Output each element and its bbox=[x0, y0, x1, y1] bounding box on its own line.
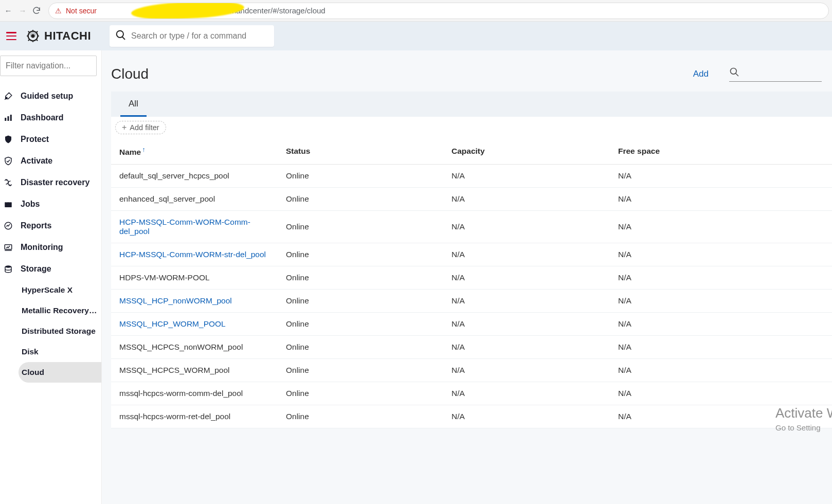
cell-status: Online bbox=[278, 382, 443, 405]
cell-capacity: N/A bbox=[443, 165, 610, 188]
sidebar-subitem-cloud[interactable]: Cloud bbox=[19, 362, 101, 383]
gear-logo-icon bbox=[26, 29, 40, 43]
filter-navigation-input[interactable] bbox=[0, 56, 97, 76]
table-row[interactable]: mssql-hcpcs-worm-comm-del_poolOnlineN/AN… bbox=[111, 382, 832, 405]
table-row[interactable]: HDPS-VM-WORM-POOLOnlineN/AN/A bbox=[111, 266, 832, 290]
sidebar-item-activate[interactable]: Activate bbox=[0, 150, 101, 172]
add-button[interactable]: Add bbox=[693, 69, 709, 79]
sidebar-item-disaster-recovery[interactable]: Disaster recovery bbox=[0, 172, 101, 193]
cell-free: N/A bbox=[610, 336, 832, 359]
reload-button[interactable] bbox=[32, 6, 41, 15]
cell-name: MSSQL_HCPCS_nonWORM_pool bbox=[111, 336, 278, 359]
sidebar-item-label: Reports bbox=[21, 221, 51, 230]
sidebar-subitem-disk[interactable]: Disk bbox=[19, 341, 101, 362]
cell-status: Online bbox=[278, 188, 443, 211]
pool-link[interactable]: HCP-MSSQL-Comm-WORM-Comm-del_pool bbox=[119, 218, 250, 236]
svg-rect-6 bbox=[5, 245, 12, 249]
menu-toggle-icon[interactable] bbox=[6, 32, 16, 40]
add-filter-label: Add filter bbox=[130, 123, 159, 132]
table-search[interactable] bbox=[729, 67, 822, 82]
global-search-input[interactable] bbox=[131, 31, 268, 41]
cell-status: Online bbox=[278, 266, 443, 290]
sidebar-subitem-distributed-storage[interactable]: Distributed Storage bbox=[19, 321, 101, 341]
svg-rect-4 bbox=[5, 202, 12, 207]
svg-rect-1 bbox=[5, 118, 6, 121]
col-status[interactable]: Status bbox=[278, 138, 443, 165]
cell-name: enhanced_sql_server_pool bbox=[111, 188, 278, 211]
tab-all[interactable]: All bbox=[120, 92, 147, 117]
disaster-recovery-icon bbox=[3, 178, 13, 187]
forward-button[interactable]: → bbox=[17, 6, 28, 15]
sidebar-subitem-hyperscale-x[interactable]: HyperScale X bbox=[19, 280, 101, 300]
tab-strip: All bbox=[111, 92, 832, 117]
svg-line-10 bbox=[736, 73, 738, 76]
redaction-highlight bbox=[131, 3, 244, 19]
cell-capacity: N/A bbox=[443, 266, 610, 290]
sidebar-item-label: Jobs bbox=[21, 200, 40, 209]
cell-name: MSSQL_HCP_WORM_POOL bbox=[111, 313, 278, 336]
sidebar-item-label: Dashboard bbox=[21, 113, 64, 122]
sidebar-item-monitoring[interactable]: Monitoring bbox=[0, 237, 101, 258]
sidebar-item-storage[interactable]: Storage bbox=[0, 258, 101, 280]
pool-link[interactable]: MSSQL_HCP_WORM_POOL bbox=[119, 319, 226, 328]
sidebar-item-reports[interactable]: Reports bbox=[0, 215, 101, 237]
cell-free: N/A bbox=[610, 405, 832, 428]
cell-capacity: N/A bbox=[443, 290, 610, 313]
search-icon bbox=[729, 67, 739, 79]
cell-name: mssql-hcpcs-worm-ret-del_pool bbox=[111, 405, 278, 428]
back-button[interactable]: ← bbox=[3, 6, 13, 15]
cell-status: Online bbox=[278, 405, 443, 428]
cell-capacity: N/A bbox=[443, 211, 610, 243]
global-search[interactable] bbox=[110, 25, 274, 47]
sidebar-item-jobs[interactable]: Jobs bbox=[0, 193, 101, 215]
table-row[interactable]: HCP-MSSQL-Comm-WORM-Comm-del_poolOnlineN… bbox=[111, 211, 832, 243]
sidebar-item-guided-setup[interactable]: Guided setup bbox=[0, 85, 101, 107]
cell-capacity: N/A bbox=[443, 243, 610, 266]
sidebar-item-label: Guided setup bbox=[21, 92, 73, 101]
table-row[interactable]: MSSQL_HCPCS_WORM_poolOnlineN/AN/A bbox=[111, 359, 832, 382]
cell-name: HCP-MSSQL-Comm-WORM-Comm-del_pool bbox=[111, 211, 278, 243]
reports-icon bbox=[3, 221, 13, 230]
cell-free: N/A bbox=[610, 382, 832, 405]
sidebar-item-label: Disaster recovery bbox=[21, 178, 89, 187]
add-filter-button[interactable]: + Add filter bbox=[115, 121, 166, 134]
brand-logo[interactable]: HITACHI bbox=[26, 29, 91, 43]
table-row[interactable]: default_sql_server_hcpcs_poolOnlineN/AN/… bbox=[111, 165, 832, 188]
monitoring-icon bbox=[3, 243, 13, 252]
sidebar-subitem-metallic-recovery-r[interactable]: Metallic Recovery R... bbox=[19, 300, 101, 321]
cell-free: N/A bbox=[610, 243, 832, 266]
cell-status: Online bbox=[278, 336, 443, 359]
sidebar-item-dashboard[interactable]: Dashboard bbox=[0, 107, 101, 129]
cell-status: Online bbox=[278, 313, 443, 336]
table-row[interactable]: MSSQL_HCP_nonWORM_poolOnlineN/AN/A bbox=[111, 290, 832, 313]
cell-name: MSSQL_HCP_nonWORM_pool bbox=[111, 290, 278, 313]
sidebar: Guided setupDashboardProtectActivateDisa… bbox=[0, 50, 102, 504]
sidebar-item-label: Monitoring bbox=[21, 243, 63, 252]
guided-setup-icon bbox=[3, 92, 13, 101]
col-name[interactable]: Name↑ bbox=[111, 138, 278, 165]
storage-icon bbox=[3, 264, 13, 274]
table-row[interactable]: HCP-MSSQL-Comm-WORM-str-del_poolOnlineN/… bbox=[111, 243, 832, 266]
cell-capacity: N/A bbox=[443, 336, 610, 359]
pool-link[interactable]: HCP-MSSQL-Comm-WORM-str-del_pool bbox=[119, 250, 266, 259]
not-secure-label: Not secur bbox=[66, 7, 97, 15]
cell-name: mssql-hcpcs-worm-comm-del_pool bbox=[111, 382, 278, 405]
pool-link[interactable]: MSSQL_HCP_nonWORM_pool bbox=[119, 296, 232, 305]
address-bar[interactable]: ⚠ Not secur ommandcenter/#/storage/cloud bbox=[48, 3, 829, 19]
table-row[interactable]: MSSQL_HCP_WORM_POOLOnlineN/AN/A bbox=[111, 313, 832, 336]
protect-icon bbox=[3, 135, 13, 144]
cell-status: Online bbox=[278, 359, 443, 382]
col-free-space[interactable]: Free space bbox=[610, 138, 832, 165]
sidebar-item-protect[interactable]: Protect bbox=[0, 129, 101, 150]
table-row[interactable]: enhanced_sql_server_poolOnlineN/AN/A bbox=[111, 188, 832, 211]
cell-free: N/A bbox=[610, 359, 832, 382]
cell-capacity: N/A bbox=[443, 313, 610, 336]
table-row[interactable]: mssql-hcpcs-worm-ret-del_poolOnlineN/AN/… bbox=[111, 405, 832, 428]
cell-free: N/A bbox=[610, 188, 832, 211]
cell-capacity: N/A bbox=[443, 382, 610, 405]
table-row[interactable]: MSSQL_HCPCS_nonWORM_poolOnlineN/AN/A bbox=[111, 336, 832, 359]
col-capacity[interactable]: Capacity bbox=[443, 138, 610, 165]
search-icon bbox=[116, 30, 126, 42]
app-header: HITACHI bbox=[0, 22, 832, 50]
cell-free: N/A bbox=[610, 313, 832, 336]
